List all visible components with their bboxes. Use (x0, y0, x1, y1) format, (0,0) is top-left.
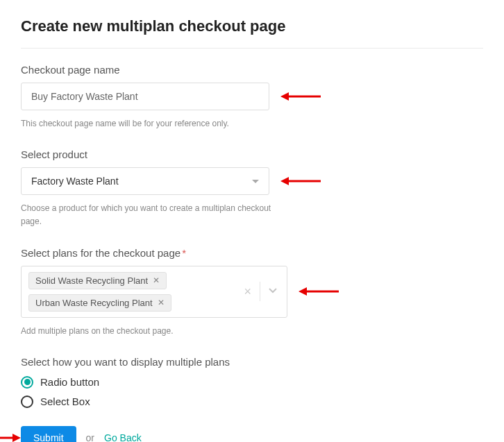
product-label: Select product (21, 148, 483, 160)
product-group: Select product Factory Waste Plant Choos… (21, 148, 483, 228)
divider (21, 48, 483, 49)
radio-option-radio-button[interactable]: Radio button (21, 376, 483, 389)
chip-remove-icon[interactable]: ✕ (153, 276, 160, 284)
svg-marker-3 (280, 177, 289, 185)
checkout-name-group: Checkout page name This checkout page na… (21, 64, 483, 130)
radio-label: Select Box (40, 396, 90, 407)
plan-chip-label: Solid Waste Recycling Plant (35, 275, 148, 286)
required-mark: * (182, 247, 186, 259)
multiselect-controls: × (233, 266, 287, 317)
plans-help: Add multiple plans on the checkout page. (21, 325, 285, 338)
plans-group: Select plans for the checkout page* Soli… (21, 247, 483, 338)
plan-chip: Solid Waste Recycling Plant ✕ (28, 272, 167, 289)
radio-option-select-box[interactable]: Select Box (21, 396, 483, 408)
dropdown-toggle[interactable] (260, 285, 284, 298)
plans-chips-area: Solid Waste Recycling Plant ✕ Urban Wast… (22, 266, 233, 317)
plans-label: Select plans for the checkout page* (21, 247, 483, 259)
checkout-name-help: This checkout page name will be for your… (21, 117, 285, 130)
radio-icon (21, 396, 33, 408)
arrow-icon (299, 287, 339, 296)
checkout-name-input[interactable] (21, 83, 269, 110)
plan-chip-label: Urban Waste Recycling Plant (35, 298, 153, 308)
svg-marker-1 (280, 92, 289, 101)
svg-marker-5 (299, 287, 307, 296)
plans-multiselect[interactable]: Solid Waste Recycling Plant ✕ Urban Wast… (21, 266, 287, 318)
chip-remove-icon[interactable]: ✕ (158, 298, 165, 307)
or-text: or (86, 432, 94, 442)
display-group: Select how you want to display multiple … (21, 356, 483, 408)
page-title: Create new multiplan checkout page (21, 17, 483, 35)
plan-chip: Urban Waste Recycling Plant ✕ (28, 294, 171, 312)
actions-row: Submit or Go Back (21, 426, 483, 442)
svg-marker-7 (12, 434, 21, 442)
product-selected-value: Factory Waste Plant (31, 176, 119, 187)
radio-icon (21, 376, 33, 389)
clear-icon[interactable]: × (235, 284, 260, 299)
arrow-icon (280, 176, 321, 186)
checkout-name-label: Checkout page name (21, 64, 483, 76)
submit-button[interactable]: Submit (21, 426, 76, 442)
go-back-link[interactable]: Go Back (104, 432, 142, 442)
display-label: Select how you want to display multiple … (21, 356, 483, 368)
radio-label: Radio button (40, 376, 99, 388)
product-help: Choose a product for which you want to c… (21, 202, 285, 228)
chevron-down-icon (269, 288, 276, 295)
caret-down-icon (252, 180, 259, 183)
product-select[interactable]: Factory Waste Plant (21, 167, 269, 195)
arrow-icon (280, 92, 321, 101)
arrow-icon (0, 433, 21, 442)
